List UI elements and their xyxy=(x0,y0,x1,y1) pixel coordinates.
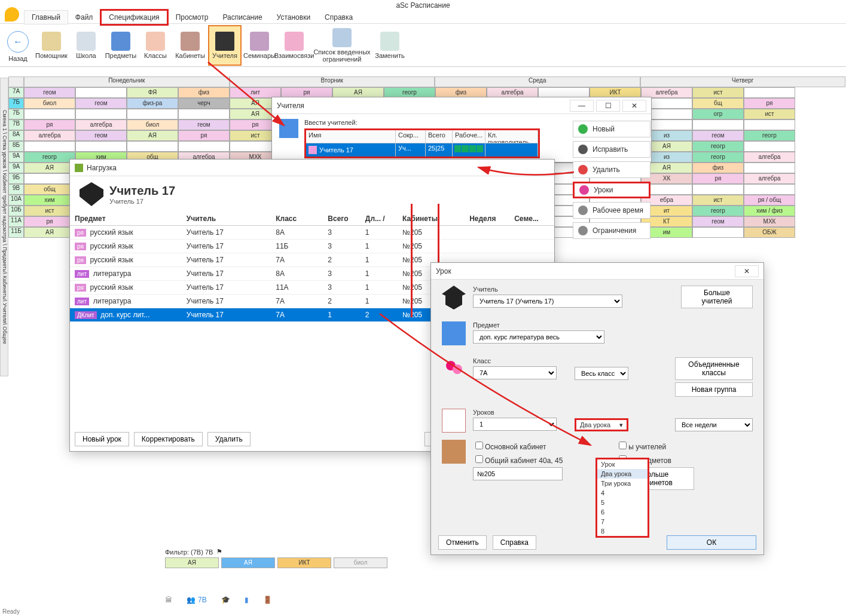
schedule-cell[interactable] xyxy=(744,119,795,130)
ribbon-relations[interactable]: Взаимосвязи xyxy=(277,25,311,66)
class-label[interactable]: 7Б xyxy=(8,98,24,109)
schedule-cell[interactable]: ря / общ xyxy=(744,195,795,206)
shared-room-checkbox[interactable]: Общий кабинет 40а, 45 xyxy=(473,453,563,465)
duration-select[interactable]: Два урока▾ xyxy=(575,418,628,431)
schedule-cell[interactable]: физ-ра xyxy=(127,98,178,109)
door-icon[interactable]: 🚪 xyxy=(263,596,272,604)
weeks-select[interactable]: Все недели xyxy=(675,418,753,431)
menu-settings[interactable]: Установки xyxy=(270,11,317,24)
school-icon[interactable]: 🏛 xyxy=(165,596,172,604)
side-удалить[interactable]: Удалить xyxy=(573,161,650,178)
menu-main[interactable]: Главный xyxy=(24,10,68,24)
schedule-cell[interactable]: ист xyxy=(692,195,744,206)
schedule-cell[interactable]: ря xyxy=(24,216,75,227)
class-label[interactable]: 7А xyxy=(8,87,24,98)
dropdown-option[interactable]: Два урока xyxy=(597,469,648,479)
class-select[interactable]: 7А xyxy=(473,366,557,379)
class-label[interactable]: 10Б xyxy=(8,206,24,216)
more-teachers-button[interactable]: Больше учителей xyxy=(681,286,753,308)
minimize-icon[interactable]: — xyxy=(570,100,594,112)
schedule-cell[interactable] xyxy=(24,109,75,119)
schedule-cell[interactable] xyxy=(75,109,127,119)
subject-select[interactable]: доп. курс литература весь xyxy=(473,330,604,344)
class-label[interactable]: 8А xyxy=(8,130,24,141)
side-исправить[interactable]: Исправить xyxy=(573,141,650,158)
main-room-checkbox[interactable]: Основной кабинет xyxy=(473,440,563,451)
ribbon-restrictions[interactable]: Список введенных ограничений xyxy=(312,25,372,66)
schedule-cell[interactable]: геогр xyxy=(24,152,75,163)
schedule-cell[interactable]: ист xyxy=(692,87,744,98)
help-button[interactable]: Справка xyxy=(493,535,536,550)
menu-file[interactable]: Файл xyxy=(68,11,100,24)
schedule-cell[interactable] xyxy=(744,184,795,195)
room-input[interactable] xyxy=(473,467,563,480)
schedule-cell[interactable]: ря xyxy=(744,98,795,109)
dropdown-option[interactable]: 6 xyxy=(597,507,648,517)
schedule-cell[interactable]: геогр xyxy=(692,206,744,216)
schedule-cell[interactable] xyxy=(744,87,795,98)
schedule-cell[interactable]: бщ xyxy=(692,98,744,109)
schedule-cell[interactable]: ФЯ xyxy=(127,87,178,98)
ribbon-seminars[interactable]: Семинары xyxy=(243,25,276,66)
load-row[interactable]: ря русский языкУчитель 178А31№205 xyxy=(70,226,554,240)
schedule-cell[interactable]: огр xyxy=(692,109,744,119)
schedule-cell[interactable]: МХК xyxy=(744,216,795,227)
schedule-cell[interactable] xyxy=(744,141,795,152)
class-label[interactable]: 7В xyxy=(8,119,24,130)
schedule-cell[interactable]: биол xyxy=(127,119,178,130)
teacher-select[interactable]: Учитель 17 (Учитель 17) xyxy=(473,295,622,308)
dropdown-option[interactable]: Урок xyxy=(597,459,648,469)
book-icon[interactable]: ▮ xyxy=(245,596,249,604)
schedule-cell[interactable]: геом xyxy=(692,130,744,141)
schedule-cell[interactable]: геом xyxy=(24,87,75,98)
filter-pill[interactable]: биол xyxy=(334,557,387,568)
dropdown-option[interactable]: 5 xyxy=(597,498,648,507)
menu-spec[interactable]: Спецификация xyxy=(100,9,168,26)
schedule-cell[interactable] xyxy=(692,184,744,195)
schedule-cell[interactable]: ист xyxy=(744,109,795,119)
schedule-cell[interactable]: алгебра xyxy=(24,130,75,141)
edit-lesson-button[interactable]: Корректировать xyxy=(134,432,203,446)
schedule-cell[interactable] xyxy=(75,87,127,98)
vertical-tabs[interactable]: Смена 1 \ Сетка уроков \ Кабинет требует… xyxy=(0,78,8,376)
schedule-cell[interactable] xyxy=(744,163,795,173)
menu-help[interactable]: Справка xyxy=(317,11,360,24)
schedule-cell[interactable] xyxy=(75,141,127,152)
schedule-cell[interactable]: геом xyxy=(178,119,230,130)
menu-schedule[interactable]: Расписание xyxy=(215,11,269,24)
filter-pill[interactable]: АЯ xyxy=(221,557,275,568)
schedule-cell[interactable]: алгебра xyxy=(75,119,127,130)
schedule-cell[interactable]: общ xyxy=(24,184,75,195)
side-уроки[interactable]: Уроки xyxy=(573,182,650,198)
ribbon-replace[interactable]: Заменить xyxy=(373,25,407,66)
close-icon[interactable]: ✕ xyxy=(735,265,759,277)
class-label[interactable]: 9Б xyxy=(8,173,24,184)
schedule-cell[interactable] xyxy=(692,119,744,130)
schedule-cell[interactable]: АЯ xyxy=(127,130,178,141)
close-icon[interactable]: ✕ xyxy=(622,100,646,112)
schedule-cell[interactable]: ОБЖ xyxy=(744,227,795,238)
schedule-cell[interactable]: ря xyxy=(178,130,230,141)
schedule-cell[interactable]: АЯ xyxy=(24,227,75,238)
class-label[interactable]: 11Б xyxy=(8,227,24,238)
dropdown-option[interactable]: 8 xyxy=(597,526,648,536)
class-label[interactable]: 9В xyxy=(8,184,24,195)
filter-pill[interactable]: ИКТ xyxy=(277,557,331,568)
delete-lesson-button[interactable]: Удалить xyxy=(207,432,251,446)
schedule-cell[interactable]: геом xyxy=(75,130,127,141)
maximize-icon[interactable]: ☐ xyxy=(596,100,620,112)
filter-pill[interactable]: АЯ xyxy=(165,557,219,568)
schedule-cell[interactable]: хим xyxy=(24,195,75,206)
schedule-cell[interactable]: биол xyxy=(24,98,75,109)
mortarboard-icon[interactable]: 🎓 xyxy=(221,596,230,604)
ribbon-teachers[interactable]: Учителя xyxy=(208,25,242,66)
students-icon[interactable]: 👥7В xyxy=(187,596,207,604)
dropdown-option[interactable]: Три урока xyxy=(597,479,648,488)
new-lesson-button[interactable]: Новый урок xyxy=(75,432,129,446)
schedule-cell[interactable]: АЯ xyxy=(24,163,75,173)
schedule-cell[interactable] xyxy=(178,109,230,119)
schedule-cell[interactable]: геогр xyxy=(692,152,744,163)
schedule-cell[interactable]: алгебра xyxy=(744,173,795,184)
schedule-cell[interactable]: ря xyxy=(24,119,75,130)
schedule-cell[interactable]: алгебра xyxy=(744,152,795,163)
